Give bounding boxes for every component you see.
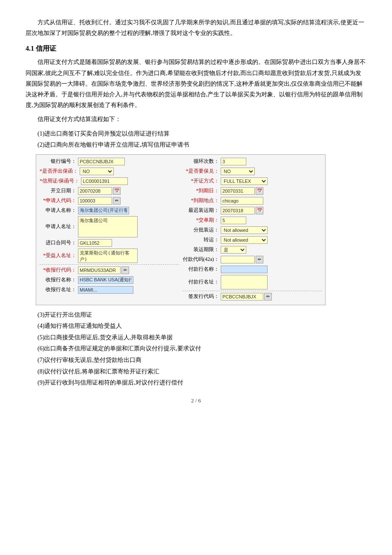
list-item-4: (4)通知行将信用证通知给受益人	[37, 321, 366, 332]
page-content: 方式从信用证、托收到汇付。通过实习我不仅巩固了几学期来所学的知识,而且通过单据的…	[26, 17, 366, 404]
expire-place-label: *到期地点：	[182, 197, 221, 204]
cycle-row: 循环次数：	[182, 157, 322, 166]
draft-row: *交单期：	[182, 216, 322, 225]
expire-date-label: *到期日：	[182, 187, 221, 194]
cycle-input[interactable]	[221, 158, 246, 165]
bank-code-row: 银行编号：	[40, 157, 179, 166]
expire-date-input[interactable]	[221, 187, 255, 195]
draft-label: *交单期：	[182, 217, 221, 224]
list-item-8: (8)议付行议付后,将单据和汇票寄给开证行索汇	[37, 366, 366, 378]
calendar-icon-2[interactable]: 📅	[256, 187, 263, 195]
form-left-col: 银行编号： *是否开出保函： NO YES *信用证/保函号： 开立日期：	[38, 156, 181, 303]
latest-ship-label: 最迟装运期：	[182, 207, 221, 214]
list-item-2: (2)进口商向所在地银行申请开立信用证,填写信用证申请书	[37, 139, 366, 151]
open-method-select[interactable]: FULL TELEX SHORT TELEX	[221, 177, 268, 185]
import-contract-input[interactable]	[78, 239, 112, 247]
payer-code-row: 付款代码(42a)： ✏	[182, 255, 322, 264]
payer-name-label: 付款行名称：	[182, 266, 221, 273]
applicant-addr-row: 申请人名址： 海尔集团公司	[40, 216, 179, 237]
paragraph-1: 方式从信用证、托收到汇付。通过实习我不仅巩固了几学期来所学的知识,而且通过单据的…	[26, 17, 366, 38]
need-guarantee-label: *是否要保兑：	[182, 168, 221, 175]
beneficiary-row: *受益人名址： 克莱斯勒公司(通知行客户)	[40, 249, 179, 263]
bank-code-label: 银行编号：	[40, 158, 78, 165]
issue-bank-label: 签发行代码：	[182, 293, 221, 300]
applicant-code-input[interactable]	[78, 197, 112, 205]
latest-ship-input[interactable]	[221, 207, 255, 214]
list-item-1: (1)进出口商签订买卖合同并预定以信用证进行结算	[37, 128, 366, 140]
list-item-5: (5)出口商接受信用证后,货交承运人,并取得相关单据	[37, 332, 366, 344]
partial-ship-select[interactable]: Not allowed Allowed	[221, 226, 268, 234]
recv-bank-addr-row: 收报行名址：	[40, 286, 179, 294]
applicant-name-label: 申请人名称：	[40, 207, 78, 214]
calendar-icon[interactable]: 📅	[113, 187, 121, 195]
cycle-label: 循环次数：	[182, 158, 221, 165]
open-date-row: 开立日期： 📅	[40, 187, 179, 195]
draft-input[interactable]	[221, 217, 246, 224]
open-method-row: *开证方式： FULL TELEX SHORT TELEX	[182, 177, 322, 185]
payer-name-row: 付款行名称：	[182, 265, 322, 274]
calendar-icon-3[interactable]: 📅	[256, 207, 263, 214]
applicant-addr-label: 申请人名址：	[40, 223, 78, 230]
is-open-select[interactable]: NO YES	[80, 168, 114, 175]
ship-period-select[interactable]: 是 否	[221, 246, 246, 254]
partial-ship-row: 分批装运： Not allowed Allowed	[182, 226, 322, 234]
form-right-col: 循环次数： *是否要保兑： NO YES *开证方式： FULL TELEX S…	[181, 156, 323, 303]
edit-icon-2[interactable]: ✏	[121, 266, 129, 274]
page-number: 2 / 6	[26, 397, 366, 404]
bank-code-input[interactable]	[78, 158, 125, 165]
lc-no-label: *信用证/保函号：	[40, 177, 81, 185]
payer-addr-row: 付款行名址：	[182, 275, 322, 289]
is-open-label: *是否开出保函：	[40, 168, 80, 175]
latest-ship-row: 最迟装运期： 📅	[182, 206, 322, 215]
need-guarantee-select[interactable]: NO YES	[221, 168, 255, 175]
transship-row: 转运： Not allowed Allowed	[182, 236, 322, 244]
issue-bank-row: 签发行代码： ✏	[182, 292, 322, 301]
transship-select[interactable]: Not allowed Allowed	[221, 236, 268, 244]
recv-bank-code-row: *收报行代码： ✏	[40, 266, 179, 275]
list-item-7: (7)议付行审核无误后,垫付贷款给出口商	[37, 355, 366, 366]
payer-addr-textarea[interactable]	[221, 275, 268, 289]
import-contract-label: 进口合同号：	[40, 239, 78, 246]
payer-code-input[interactable]	[221, 256, 255, 263]
open-method-label: *开证方式：	[182, 177, 221, 185]
applicant-name-row: 申请人名称：	[40, 206, 179, 215]
recv-bank-code-label: *收报行代码：	[40, 266, 78, 274]
applicant-addr-textarea[interactable]: 海尔集团公司	[78, 216, 138, 237]
transship-label: 转运：	[182, 236, 221, 243]
recv-bank-code-input[interactable]	[78, 266, 121, 274]
expire-place-row: *到期地点：	[182, 197, 322, 205]
recv-bank-name-row: 收报行名称：	[40, 276, 179, 284]
edit-icon[interactable]: ✏	[113, 197, 121, 205]
payer-addr-label: 付款行名址：	[182, 278, 221, 286]
ship-period-label: 装运期限：	[182, 246, 221, 253]
beneficiary-textarea[interactable]: 克莱斯勒公司(通知行客户)	[78, 249, 138, 263]
expire-date-row: *到期日： 📅	[182, 187, 322, 195]
issue-bank-input[interactable]	[221, 293, 263, 301]
lc-no-input[interactable]	[81, 177, 128, 185]
recv-bank-name-label: 收报行名称：	[40, 276, 78, 283]
list-item-9: (9)开证行收到与信用证相符的单据后,对议付行进行偿付	[37, 377, 366, 389]
edit-icon-4[interactable]: ✏	[264, 293, 272, 301]
open-date-input[interactable]	[78, 187, 112, 195]
applicant-name-input[interactable]	[78, 207, 129, 214]
recv-bank-name-input[interactable]	[78, 276, 133, 284]
list-item-3: (3)开证行开出信用证	[37, 309, 366, 321]
paragraph-2: 信用证支付方式是随着国际贸易的发展、银行参与国际贸易结算的过程中逐步形成的。在国…	[26, 57, 366, 110]
applicant-code-label: *申请人代码：	[40, 197, 78, 204]
list-item-6: (6)出口商备齐信用证规定的单据和汇票向议付行提示,要求议付	[37, 343, 366, 355]
expire-place-input[interactable]	[221, 197, 263, 205]
recv-bank-addr-label: 收报行名址：	[40, 286, 78, 293]
payer-name-input[interactable]	[221, 266, 268, 273]
open-date-label: 开立日期：	[40, 187, 78, 194]
ship-period-row: 装运期限： 是 否	[182, 246, 322, 254]
payer-code-label: 付款代码(42a)：	[182, 256, 221, 263]
section-title: 4.1 信用证	[26, 44, 366, 53]
paragraph-3: 信用证支付方式结算流程如下：	[26, 114, 366, 124]
import-contract-row: 进口合同号：	[40, 239, 179, 247]
recv-bank-addr-input[interactable]	[78, 286, 133, 294]
edit-icon-3[interactable]: ✏	[256, 256, 263, 263]
need-guarantee-row: *是否要保兑： NO YES	[182, 167, 322, 176]
beneficiary-label: *受益人名址：	[40, 252, 78, 259]
is-open-row: *是否开出保函： NO YES	[40, 167, 179, 176]
applicant-code-row: *申请人代码： ✏	[40, 197, 179, 205]
